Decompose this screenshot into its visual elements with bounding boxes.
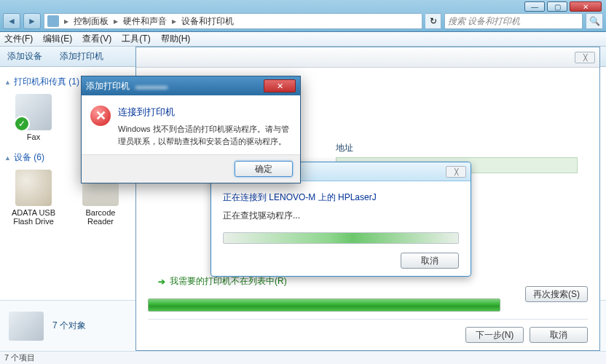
drive-icon — [15, 170, 52, 206]
menubar: 文件(F) 编辑(E) 查看(V) 工具(T) 帮助(H) — [0, 32, 606, 47]
blurred-text: ▬▬▬▬ — [135, 82, 168, 90]
error-message: Windows 找不到合适的打印机驱动程序。请与管理员联系，以帮助查找和安装合适… — [118, 123, 291, 147]
menu-view[interactable]: 查看(V) — [82, 33, 111, 45]
address-bar[interactable]: ▸ 控制面板 ▸ 硬件和声音 ▸ 设备和打印机 — [44, 13, 422, 29]
error-close-button[interactable]: ✕ — [264, 79, 296, 92]
connecting-cancel-button[interactable]: 取消 — [401, 253, 459, 269]
connecting-subtext: 正在查找驱动程序... — [223, 210, 459, 222]
wizard-close-button[interactable]: ╳ — [575, 52, 595, 63]
error-ok-button[interactable]: 确定 — [235, 161, 293, 177]
column-headers: 地址 — [336, 142, 578, 154]
wizard-progress — [148, 298, 500, 312]
menu-edit[interactable]: 编辑(E) — [43, 33, 72, 45]
col-address: 地址 — [336, 142, 353, 154]
window-chrome: — ▢ ✕ ◄ ► ▸ 控制面板 ▸ 硬件和声音 ▸ 设备和打印机 ↻ 搜索 设… — [0, 0, 606, 32]
not-in-list-link[interactable]: ➔ 我需要的打印机不在列表中(R) — [158, 275, 578, 288]
error-title: 添加打印机 — [86, 80, 130, 92]
device-fax[interactable]: Fax — [4, 94, 63, 141]
add-device-button[interactable]: 添加设备 — [7, 50, 42, 63]
device-usb-drive[interactable]: ADATA USB Flash Drive — [4, 170, 63, 226]
maximize-button[interactable]: ▢ — [547, 1, 567, 12]
menu-help[interactable]: 帮助(H) — [161, 33, 191, 45]
breadcrumb-item[interactable]: 硬件和声音 — [123, 15, 167, 28]
location-icon — [47, 15, 59, 27]
connecting-close-button[interactable]: ╳ — [446, 166, 466, 178]
back-button[interactable]: ◄ — [3, 13, 20, 29]
details-count: 7 个对象 — [52, 320, 86, 332]
menu-file[interactable]: 文件(F) — [4, 33, 33, 45]
refresh-button[interactable]: ↻ — [425, 13, 441, 29]
add-printer-button[interactable]: 添加打印机 — [60, 50, 103, 63]
minimize-button[interactable]: — — [524, 1, 545, 12]
connecting-heading: 正在连接到 LENOVO-M 上的 HPLaserJ — [223, 191, 459, 204]
forward-button[interactable]: ► — [23, 13, 41, 29]
arrow-icon: ➔ — [158, 277, 165, 287]
status-item-count: 7 个项目 — [4, 352, 35, 363]
wizard-cancel-button[interactable]: 取消 — [530, 327, 588, 343]
close-button[interactable]: ✕ — [570, 1, 602, 12]
fax-icon — [15, 94, 52, 130]
next-button[interactable]: 下一步(N) — [465, 327, 524, 343]
error-icon: ✕ — [90, 106, 111, 126]
menu-tools[interactable]: 工具(T) — [122, 33, 150, 45]
search-button[interactable]: 🔍 — [586, 13, 603, 29]
connecting-progress — [223, 232, 459, 244]
breadcrumb-item[interactable]: 设备和打印机 — [181, 15, 234, 28]
breadcrumb-item[interactable]: 控制面板 — [74, 15, 109, 28]
error-heading: 连接到打印机 — [118, 106, 291, 119]
statusbar: 7 个项目 — [0, 351, 606, 364]
error-dialog: 添加打印机 ▬▬▬▬ ✕ ✕ 连接到打印机 Windows 找不到合适的打印机驱… — [81, 76, 301, 183]
search-input[interactable]: 搜索 设备和打印机 — [444, 13, 583, 29]
details-thumb-icon — [9, 312, 44, 341]
